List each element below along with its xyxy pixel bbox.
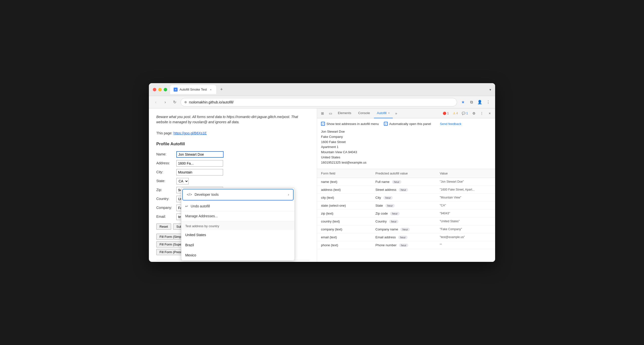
predicted-cell: Company name heur <box>376 227 440 231</box>
show-test-addresses-checkbox[interactable]: ✓ <box>321 122 325 126</box>
state-label: State: <box>156 178 175 184</box>
country-mexico-item[interactable]: Mexico <box>181 250 294 260</box>
heur-badge: heur <box>390 212 400 215</box>
country-mexico-label: Mexico <box>185 253 196 257</box>
tab-area: A Autofill Smoke Test × + <box>170 85 486 94</box>
country-label: Country: <box>156 196 175 201</box>
table-row: address (text) Street address heur "1600… <box>317 186 495 194</box>
field-cell: country (text) <box>321 219 376 223</box>
tab-console[interactable]: Console <box>355 108 373 118</box>
page-url-link[interactable]: https://goo.gl/B6Xs1E <box>173 131 207 135</box>
forward-button[interactable]: › <box>162 99 169 106</box>
col-form-field: Form field <box>321 172 376 175</box>
heur-badge: heur <box>392 180 402 184</box>
autofill-tab-close-icon[interactable]: × <box>388 111 390 115</box>
value-cell: "Jon Stewart Doe" <box>440 180 491 183</box>
page-link: This page: https://goo.gl/B6Xs1E <box>156 131 310 136</box>
autofill-checkboxes: ✓ Show test addresses in autofill menu ✓… <box>321 122 491 126</box>
extensions-icon[interactable]: ⧉ <box>468 99 475 106</box>
developer-tools-item[interactable]: </> Developer tools › <box>182 189 294 200</box>
info-icon: 💬 <box>462 112 466 115</box>
country-us-label: United States <box>185 233 206 237</box>
info-badge: 💬 1 <box>460 111 470 116</box>
manage-addresses-label: Manage Addresses... <box>185 214 218 218</box>
table-row: name (text) Full name heur "Jon Stewart … <box>317 178 495 186</box>
value-cell: "Fake Company" <box>440 227 491 231</box>
reset-button[interactable]: Reset <box>156 223 171 230</box>
heur-badge: heur <box>399 243 408 247</box>
name-input[interactable] <box>176 151 224 158</box>
address-bar: ‹ › ↻ ⊕ rsolomakhin.github.io/autofill/ … <box>149 96 495 108</box>
url-bar[interactable]: ⊕ rsolomakhin.github.io/autofill/ <box>180 98 457 106</box>
tab-close-icon[interactable]: × <box>209 88 213 92</box>
city-label: City: <box>156 170 175 175</box>
table-row: city (text) City heur "Mountain View" <box>317 194 495 202</box>
inspector-icon[interactable]: ⊞ <box>319 110 326 117</box>
value-cell: "1600 Fake Street, Apart... <box>440 188 491 191</box>
auto-open-checkbox[interactable]: ✓ <box>384 122 388 126</box>
country-brazil-label: Brazil <box>185 243 194 247</box>
manage-addresses-item[interactable]: Manage Addresses... <box>181 211 294 221</box>
active-tab[interactable]: A Autofill Smoke Test × <box>170 85 216 94</box>
tab-dropdown-icon[interactable]: ▾ <box>490 88 491 92</box>
close-devtools-icon[interactable]: × <box>486 110 493 117</box>
address-city-state-zip: Mountain View CA 94043 <box>321 150 491 155</box>
heur-badge: heur <box>400 228 410 231</box>
heur-badge: heur <box>398 236 408 239</box>
reload-button[interactable]: ↻ <box>171 99 178 106</box>
address-phone-email: 16019521325 test@example.us <box>321 160 491 165</box>
profile-icon[interactable]: 👤 <box>476 99 483 106</box>
autofill-table: Form field Predicted autofill value Valu… <box>317 169 495 262</box>
tab-autofill[interactable]: Autofill × <box>374 108 393 118</box>
name-label: Name: <box>156 152 175 157</box>
send-feedback-link[interactable]: Send feedback <box>440 122 462 126</box>
value-cell: "United States" <box>440 219 491 223</box>
url-text: rsolomakhin.github.io/autofill/ <box>189 100 453 104</box>
back-button[interactable]: ‹ <box>152 99 159 106</box>
value-cell: "" <box>440 243 491 247</box>
city-input[interactable] <box>176 169 223 175</box>
state-select[interactable]: CA <box>176 178 189 184</box>
developer-tools-arrow-icon: › <box>288 192 289 197</box>
country-brazil-item[interactable]: Brazil <box>181 240 294 250</box>
show-test-addresses-checkbox-item: ✓ Show test addresses in autofill menu <box>321 122 379 126</box>
field-cell: zip (text) <box>321 212 376 215</box>
autofill-panel-header: ✓ Show test addresses in autofill menu ✓… <box>317 118 495 169</box>
country-us-item[interactable]: United States <box>181 230 294 240</box>
address-name: Jon Stewart Doe <box>321 129 491 134</box>
security-icon: ⊕ <box>184 100 187 104</box>
title-bar: A Autofill Smoke Test × + ▾ <box>149 83 495 96</box>
error-badge: 🔴 1 <box>441 111 450 116</box>
maximize-button[interactable] <box>164 88 167 91</box>
undo-autofill-item[interactable]: ↩ Undo autofill <box>181 201 294 211</box>
heur-badge: heur <box>383 196 393 199</box>
undo-icon: ↩ <box>185 204 188 209</box>
browser-window: A Autofill Smoke Test × + ▾ ‹ › ↻ ⊕ rsol… <box>149 83 495 262</box>
col-predicted: Predicted autofill value <box>376 172 440 175</box>
devtools-menu-icon[interactable]: ⋮ <box>478 110 485 117</box>
heur-badge: heur <box>399 188 408 192</box>
bookmark-icon[interactable]: ★ <box>460 99 466 106</box>
predicted-cell: Email address heur <box>376 235 440 239</box>
menu-icon[interactable]: ⋮ <box>485 99 492 106</box>
table-row: email (text) Email address heur "test@ex… <box>317 233 495 241</box>
developer-tools-icon: </> <box>187 192 192 197</box>
address-country: United States <box>321 155 491 160</box>
device-icon[interactable]: ▭ <box>327 110 334 117</box>
page-content: Beware what you post. All forms send dat… <box>149 108 317 262</box>
settings-icon[interactable]: ⚙ <box>470 110 477 117</box>
name-field-row: Name: <box>156 151 310 158</box>
predicted-cell: Street address heur <box>376 188 440 192</box>
more-tabs-icon[interactable]: » <box>394 111 399 115</box>
auto-open-label: Automatically open this panel <box>389 122 431 126</box>
new-tab-button[interactable]: + <box>218 87 225 92</box>
field-cell: address (text) <box>321 188 376 192</box>
predicted-cell: Country heur <box>376 219 440 223</box>
undo-label: Undo autofill <box>191 204 210 209</box>
address-input[interactable] <box>176 160 223 167</box>
autofill-dropdown: </> Developer tools › ↩ Undo autofill Ma… <box>181 188 295 261</box>
close-button[interactable] <box>153 88 156 91</box>
tab-elements[interactable]: Elements <box>335 108 354 118</box>
minimize-button[interactable] <box>158 88 162 91</box>
field-cell: company (text) <box>321 227 376 231</box>
